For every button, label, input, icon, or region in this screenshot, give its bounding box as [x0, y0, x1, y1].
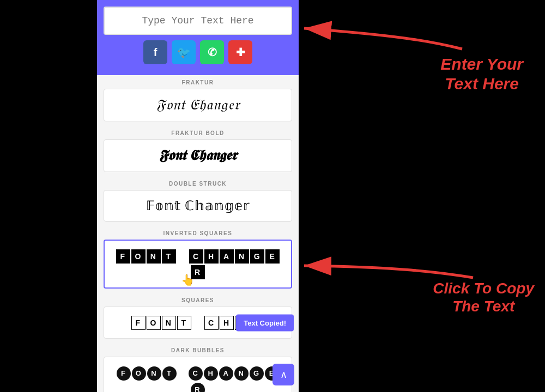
whatsapp-button[interactable]: ✆	[200, 40, 224, 64]
squares-box[interactable]: FONT CHAN Text Copied!	[104, 307, 292, 339]
double-struck-label: DOUBLE STRUCK	[104, 181, 292, 187]
annotation-overlay: Enter Your Text Here Click To Copy The T…	[299, 0, 545, 392]
fraktur-box[interactable]: 𝔉𝔬𝔫𝔱 𝔈𝔥𝔞𝔫𝔤𝔢𝔯	[104, 89, 292, 121]
double-struck-text: 𝔽𝕠𝕟𝕥 ℂ𝕙𝕒𝕟𝕘𝕖𝕣	[146, 199, 250, 213]
main-app-container: f 🐦 ✆ ✚ FRAKTUR 𝔉𝔬𝔫𝔱 𝔈𝔥𝔞𝔫𝔤𝔢𝔯 FRAKTUR BOL…	[97, 0, 299, 392]
dark-bubbles-box[interactable]: FONT CHANGER	[104, 357, 292, 392]
fraktur-text: 𝔉𝔬𝔫𝔱 𝔈𝔥𝔞𝔫𝔤𝔢𝔯	[156, 97, 240, 113]
header-section: f 🐦 ✆ ✚	[97, 0, 299, 75]
plus-button[interactable]: ✚	[228, 40, 252, 64]
fraktur-bold-label: FRAKTUR BOLD	[104, 130, 292, 136]
cursor-icon: 👆	[181, 273, 195, 286]
dark-bubbles-section: DARK BUBBLES FONT CHANGER	[97, 343, 299, 392]
dark-bubbles-label: DARK BUBBLES	[104, 347, 292, 353]
double-struck-box[interactable]: 𝔽𝕠𝕟𝕥 ℂ𝕙𝕒𝕟𝕘𝕖𝕣	[104, 190, 292, 222]
fraktur-bold-text: 𝕱𝖔𝖓𝖙 𝕮𝖍𝖆𝖓𝖌𝖊𝖗	[159, 148, 237, 163]
fraktur-bold-box[interactable]: 𝕱𝖔𝖓𝖙 𝕮𝖍𝖆𝖓𝖌𝖊𝖗	[104, 139, 292, 172]
fraktur-section: FRAKTUR 𝔉𝔬𝔫𝔱 𝔈𝔥𝔞𝔫𝔤𝔢𝔯	[97, 75, 299, 126]
inverted-squares-label: INVERTED SQUARES	[104, 230, 292, 236]
font-sections-list: FRAKTUR 𝔉𝔬𝔫𝔱 𝔈𝔥𝔞𝔫𝔤𝔢𝔯 FRAKTUR BOLD 𝕱𝖔𝖓𝖙 𝕮…	[97, 75, 299, 392]
text-input[interactable]	[104, 7, 292, 35]
double-struck-section: DOUBLE STRUCK 𝔽𝕠𝕟𝕥 ℂ𝕙𝕒𝕟𝕘𝕖𝕣	[97, 176, 299, 226]
inverted-squares-text: FONT CHANGER	[116, 248, 280, 278]
facebook-button[interactable]: f	[143, 40, 167, 64]
fraktur-label: FRAKTUR	[104, 79, 292, 85]
squares-section: SQUARES FONT CHAN Text Copied!	[97, 293, 299, 343]
twitter-button[interactable]: 🐦	[172, 40, 196, 64]
dark-bubbles-text: FONT CHANGER	[116, 365, 280, 392]
fraktur-bold-section: FRAKTUR BOLD 𝕱𝖔𝖓𝖙 𝕮𝖍𝖆𝖓𝖌𝖊𝖗	[97, 126, 299, 176]
squares-label: SQUARES	[104, 297, 292, 303]
scroll-top-button[interactable]: ∧	[272, 364, 294, 385]
social-bar: f 🐦 ✆ ✚	[104, 35, 292, 69]
inverted-squares-box[interactable]: FONT CHANGER 👆	[104, 240, 292, 289]
click-copy-annotation: Click To Copy The Text	[433, 279, 534, 316]
copied-toast: Text Copied!	[236, 314, 294, 331]
arrows-svg	[299, 0, 545, 392]
inverted-squares-section: INVERTED SQUARES FONT CHANGER 👆	[97, 226, 299, 293]
enter-text-annotation: Enter Your Text Here	[440, 54, 523, 94]
